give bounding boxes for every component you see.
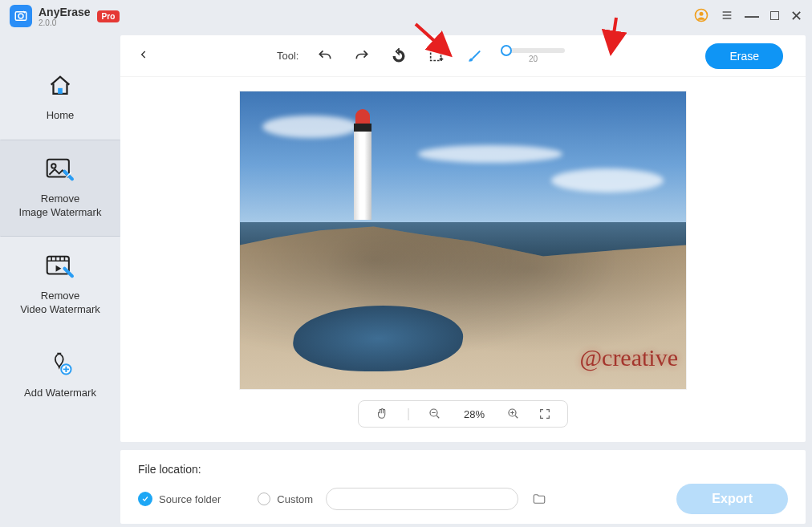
back-button[interactable] [135,46,152,67]
zoom-out-button[interactable] [428,407,442,421]
maximize-button[interactable] [770,10,779,22]
titlebar: AnyErase 2.0.0 Pro — ✕ [0,0,812,32]
custom-folder-label: Custom [277,493,313,505]
svg-point-3 [700,12,704,16]
toolbar: Tool: 20 Erase [120,35,806,77]
image-watermark-icon [6,155,115,184]
source-folder-radio[interactable]: Source folder [138,492,221,506]
app-name: AnyErase [39,6,91,18]
export-button-label: Export [712,492,753,505]
selection-tool-button[interactable] [425,45,448,67]
canvas-area: Tool: 20 Erase [120,35,806,442]
browse-folder-button[interactable] [531,492,547,506]
brush-tool-button[interactable] [464,46,485,67]
add-watermark-icon [6,349,115,378]
sidebar-item-label: Remove Video Watermark [6,289,115,317]
close-button[interactable]: ✕ [790,9,802,23]
tool-label: Tool: [277,50,298,62]
zoom-in-button[interactable] [506,407,521,421]
minimize-button[interactable]: — [745,9,759,23]
svg-point-6 [51,164,55,168]
svg-point-1 [18,14,23,18]
brush-size-value: 20 [529,55,538,63]
zoom-value: 28% [460,408,489,420]
sidebar-item-label: Remove Image Watermark [6,192,115,220]
svg-rect-4 [58,88,63,94]
video-watermark-icon [6,252,115,281]
source-folder-label: Source folder [159,493,221,505]
redo-button[interactable] [351,46,372,67]
custom-path-input[interactable] [326,488,518,510]
sidebar-item-home[interactable]: Home [0,56,120,140]
app-version: 2.0.0 [39,19,91,27]
lighthouse-graphic [351,109,374,225]
image-viewport[interactable]: @creative [120,77,806,391]
reset-button[interactable] [388,46,409,67]
account-icon[interactable] [693,7,709,25]
canvas-image: @creative [240,91,686,389]
sidebar-item-remove-video-watermark[interactable]: Remove Video Watermark [0,237,120,334]
home-icon [6,71,115,100]
sidebar-item-remove-image-watermark[interactable]: Remove Image Watermark [0,140,120,237]
sidebar-item-label: Home [6,108,115,123]
export-button[interactable]: Export [676,484,788,514]
custom-folder-radio[interactable]: Custom [258,493,313,505]
sidebar: Home Remove Image Watermark Remove Video… [0,32,120,527]
svg-rect-9 [431,50,441,60]
radio-off-icon [258,493,270,505]
radio-on-icon [138,492,152,506]
sidebar-item-label: Add Watermark [6,386,115,400]
menu-icon[interactable] [721,9,733,23]
watermark-text: @creative [579,344,678,371]
undo-button[interactable] [315,46,335,67]
pan-tool-button[interactable] [375,407,389,421]
erase-button[interactable]: Erase [705,43,783,69]
erase-button-label: Erase [729,50,759,63]
fullscreen-button[interactable] [538,407,551,420]
footer-panel: File location: Source folder Custom Expo… [120,450,806,524]
brush-size-slider[interactable] [501,48,565,53]
zoom-controls: | 28% [358,400,568,428]
file-location-label: File location: [138,463,788,476]
sidebar-item-add-watermark[interactable]: Add Watermark [0,334,120,417]
app-logo-icon [10,5,32,27]
pro-badge: Pro [97,10,120,22]
